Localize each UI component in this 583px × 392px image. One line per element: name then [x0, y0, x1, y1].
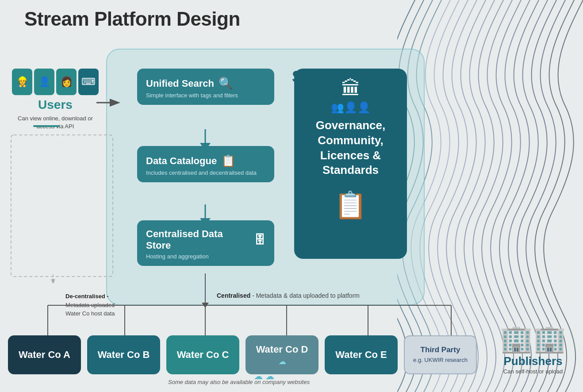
cloud-icon-decentralised: ☁ ☁	[254, 371, 274, 381]
water-co-e: Water Co E	[325, 335, 398, 374]
water-companies-row: Water Co A Water Co B Water Co C Water C…	[8, 335, 477, 374]
people-icon: 👥👤👤	[331, 101, 371, 114]
publishers-label: Publishers	[500, 354, 566, 368]
third-party-box: Third Partye.g. UKWIR research	[404, 335, 477, 374]
store-icon: 🗄	[254, 233, 265, 247]
page-title: Stream Platform Design	[24, 8, 240, 30]
users-label: Users	[9, 98, 102, 112]
arrow-users-to-platform	[96, 96, 121, 109]
bottom-note: Some data may also be available on compa…	[168, 379, 310, 385]
publishers-section: 🏢🏢 Publishers Can self-host or upload	[500, 323, 566, 375]
publishers-sublabel: Can self-host or upload	[500, 368, 566, 375]
third-party-label: Third Partye.g. UKWIR research	[413, 345, 468, 365]
dashed-feedback-box	[9, 133, 119, 283]
water-co-c: Water Co C	[166, 335, 239, 374]
water-co-b: Water Co B	[87, 335, 160, 374]
water-co-d-label: Water Co D	[256, 344, 308, 355]
data-catalogue-title: Data Catalogue 📋	[146, 154, 265, 168]
connector-svg	[0, 273, 487, 344]
svg-rect-2	[11, 135, 113, 277]
users-icons: 👷 👤 👩 ⌨	[9, 69, 102, 95]
governance-title: Governance, Community, Licences & Standa…	[316, 118, 386, 178]
centralised-store-title: Centralised Data Store 🗄	[146, 228, 265, 251]
water-co-d: Water Co D ☁	[245, 335, 318, 374]
unified-search-title: Unified Search 🔍	[146, 77, 265, 90]
users-sublabel: Can view online, download or access via …	[9, 115, 102, 131]
water-co-c-label: Water Co C	[177, 349, 229, 361]
governance-icons: 🏛 👥👤👤	[331, 77, 371, 114]
centralised-store-box: Centralised Data Store 🗄 Hosting and agg…	[137, 220, 274, 266]
users-section: 👷 👤 👩 ⌨ Users Can view online, download …	[9, 69, 102, 131]
catalogue-icon: 📋	[221, 154, 235, 168]
governance-box: 🏛 👥👤👤 Governance, Community, Licences & …	[294, 69, 407, 259]
users-accent-line	[33, 125, 60, 127]
user-icon-2: 👤	[34, 69, 54, 95]
water-co-e-label: Water Co E	[335, 349, 387, 361]
user-icon-3: 👩	[56, 69, 77, 95]
water-co-a: Water Co A	[8, 335, 81, 374]
user-icon-1: 👷	[12, 69, 32, 95]
water-co-b-label: Water Co B	[98, 349, 150, 361]
centralised-store-subtitle: Hosting and aggregation	[146, 253, 265, 260]
cloud-icon-d: ☁	[279, 357, 286, 366]
unified-search-subtitle: Simple interface with tags and filters	[146, 92, 265, 99]
data-catalogue-subtitle: Includes centralised and decentralised d…	[146, 169, 265, 176]
water-co-a-label: Water Co A	[19, 349, 70, 361]
user-icon-4: ⌨	[78, 69, 99, 95]
publishers-building-icon: 🏢🏢	[500, 323, 566, 354]
building-icon: 🏛	[331, 77, 371, 100]
main-content: Stream Platform Design Stream. 👷 👤 👩 ⌨ U…	[0, 0, 583, 392]
unified-search-box: Unified Search 🔍 Simple interface with t…	[137, 69, 274, 105]
search-icon: 🔍	[219, 77, 233, 90]
clipboard-icon: 📋	[334, 189, 367, 221]
data-catalogue-box: Data Catalogue 📋 Includes centralised an…	[137, 146, 274, 182]
